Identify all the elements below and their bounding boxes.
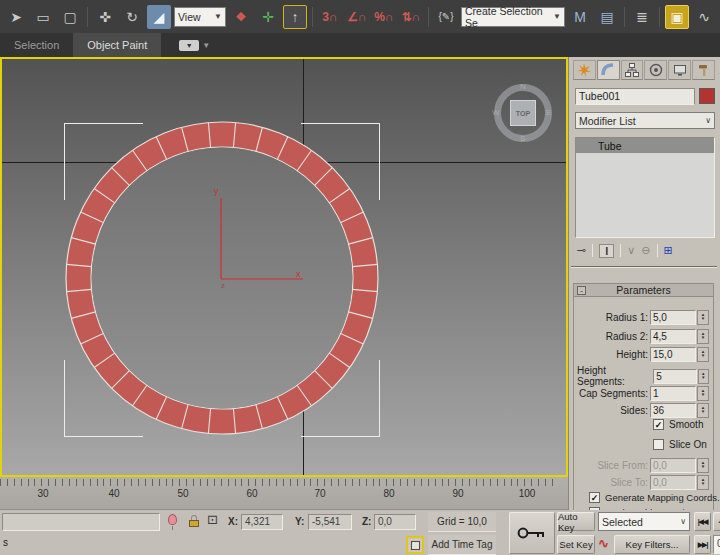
- current-frame-field[interactable]: 0: [713, 535, 720, 554]
- create-selection-set-combo[interactable]: Create Selection Se ▼: [461, 7, 565, 27]
- toolbar-separator: [428, 7, 429, 27]
- radius2-field[interactable]: 4,5: [650, 329, 696, 344]
- mirror-icon[interactable]: M: [568, 5, 592, 29]
- absolute-mode-icon[interactable]: ⊡: [207, 512, 218, 527]
- generate-mapping-checkbox[interactable]: ✓: [589, 492, 600, 503]
- parameters-rollout-header[interactable]: - Parameters: [573, 283, 714, 297]
- move-icon[interactable]: ✜: [93, 5, 117, 29]
- slice-to-field: 0,0: [650, 475, 696, 490]
- add-time-tag[interactable]: Add Time Tag: [428, 535, 496, 555]
- prompt-line-partial: s: [3, 537, 8, 548]
- sides-field[interactable]: 36: [650, 403, 696, 418]
- frame-label: 90: [452, 488, 463, 499]
- panel-divider: [571, 266, 717, 268]
- modifier-list-dropdown[interactable]: Modifier List ∨: [575, 112, 715, 129]
- key-filters-button[interactable]: Key Filters...: [614, 535, 690, 554]
- viewcube[interactable]: TOP N S W E: [494, 84, 552, 142]
- frame-label: 80: [383, 488, 394, 499]
- height-segments-spinner[interactable]: ▲▼: [698, 369, 709, 384]
- tab-motion[interactable]: [644, 60, 667, 80]
- next-frame-button[interactable]: ▶▶|: [694, 535, 711, 554]
- tab-modify[interactable]: [597, 60, 620, 80]
- tab-selection[interactable]: Selection: [0, 33, 73, 57]
- curve-editor-icon[interactable]: ∿: [692, 5, 716, 29]
- slice-on-checkbox[interactable]: [653, 439, 664, 450]
- default-in-out-tangents-icon[interactable]: ∿: [598, 536, 609, 551]
- rotate-icon[interactable]: ↻: [120, 5, 144, 29]
- utilities-icon: [697, 63, 711, 77]
- stack-item-tube[interactable]: Tube: [576, 138, 714, 153]
- show-end-result-icon[interactable]: I: [599, 244, 614, 258]
- sides-spinner[interactable]: ▲▼: [697, 403, 709, 418]
- status-field[interactable]: [2, 513, 160, 531]
- frame-label: 60: [246, 488, 257, 499]
- set-keys-button[interactable]: [509, 512, 555, 554]
- toolbar-separator: [312, 7, 313, 27]
- spinner-snap-icon[interactable]: ⇅∩: [399, 5, 423, 29]
- ribbon-toggle-icon[interactable]: ▣: [665, 5, 689, 29]
- chevron-down-icon: ▼: [214, 12, 222, 21]
- scale-icon[interactable]: ◢: [147, 5, 171, 29]
- layer-manager-icon[interactable]: ≣: [630, 5, 654, 29]
- edit-named-selection-sets-icon[interactable]: {✎}: [434, 5, 458, 29]
- angle-snap-icon[interactable]: ∠∩: [345, 5, 369, 29]
- frame-label: 100: [519, 488, 536, 499]
- param-row-sides: Sides: 36 ▲▼: [577, 402, 709, 418]
- viewcube-top-face[interactable]: TOP: [510, 100, 536, 126]
- x-coord-field[interactable]: 4,321: [241, 514, 283, 530]
- percent-snap-icon[interactable]: %∩: [372, 5, 396, 29]
- object-color-swatch[interactable]: [699, 88, 715, 104]
- select-object-icon[interactable]: ➤: [4, 5, 28, 29]
- selection-lock-icon[interactable]: [186, 513, 202, 529]
- align-icon[interactable]: ▤: [595, 5, 619, 29]
- height-field[interactable]: 15,0: [650, 347, 696, 362]
- collapse-icon[interactable]: -: [577, 286, 586, 295]
- height-spinner[interactable]: ▲▼: [697, 347, 709, 362]
- x-coord-label: X:: [228, 516, 238, 527]
- modifier-stack[interactable]: Tube: [575, 137, 715, 238]
- auto-key-button[interactable]: Auto Key: [557, 512, 595, 531]
- use-pivot-point-center-icon[interactable]: ❖: [229, 5, 253, 29]
- smooth-row: ✓ Smooth: [653, 419, 703, 430]
- cap-segments-spinner[interactable]: ▲▼: [697, 386, 709, 401]
- paint-selection-icon[interactable]: ▢: [58, 5, 82, 29]
- display-icon: [673, 63, 687, 77]
- radius2-spinner[interactable]: ▲▼: [697, 329, 709, 344]
- object-name-field[interactable]: Tube001: [575, 88, 695, 105]
- balloon-icon[interactable]: [168, 514, 177, 525]
- rectangular-selection-icon[interactable]: ▭: [31, 5, 55, 29]
- param-row-slice-to: Slice To: 0,0 ▲▼: [577, 474, 709, 490]
- select-and-manipulate-icon[interactable]: ✛: [256, 5, 280, 29]
- track-bar[interactable]: 30 40 50 60 70 80 90 100: [0, 477, 568, 510]
- param-row-height: Height: 15,0 ▲▼: [577, 346, 709, 362]
- remove-modifier-icon[interactable]: ⊖: [641, 244, 650, 257]
- z-coord-field[interactable]: 0,0: [374, 514, 416, 530]
- viewport-top[interactable]: y x z TOP N S W E: [0, 57, 568, 477]
- pin-stack-icon[interactable]: ⊸: [577, 244, 586, 257]
- go-to-start-button[interactable]: |◀◀: [694, 512, 711, 531]
- reference-coordinate-combo[interactable]: View ▼: [174, 7, 226, 27]
- make-unique-icon[interactable]: ∨: [627, 244, 635, 257]
- configure-modifier-sets-icon[interactable]: ⊞: [664, 244, 673, 257]
- modifier-list-label: Modifier List: [579, 115, 636, 127]
- smooth-checkbox[interactable]: ✓: [653, 419, 664, 430]
- y-coord-field[interactable]: -5,541: [308, 514, 352, 530]
- slice-from-field: 0,0: [650, 458, 696, 473]
- tab-create[interactable]: [573, 60, 596, 80]
- previous-frame-button[interactable]: ◀: [713, 512, 720, 531]
- isolate-cube-button[interactable]: [406, 536, 424, 554]
- set-key-button[interactable]: Set Key: [557, 535, 595, 554]
- snap-3d-icon[interactable]: 3∩: [318, 5, 342, 29]
- param-row-radius1: Radius 1: 5,0 ▲▼: [577, 309, 709, 325]
- selection-set-keying-dropdown[interactable]: Selected ∨: [598, 512, 690, 531]
- tab-object-paint[interactable]: Object Paint: [73, 33, 161, 57]
- tab-hierarchy[interactable]: [621, 60, 644, 80]
- tab-display[interactable]: [668, 60, 691, 80]
- ribbon-minimize-dropdown[interactable]: ▼ ▼: [179, 33, 210, 57]
- keyboard-override-icon[interactable]: ↑: [283, 5, 307, 29]
- radius1-field[interactable]: 5,0: [650, 310, 696, 325]
- tab-utilities[interactable]: [692, 60, 715, 80]
- radius1-spinner[interactable]: ▲▼: [697, 310, 709, 325]
- cap-segments-field[interactable]: 1: [650, 386, 696, 401]
- height-segments-field[interactable]: 5: [653, 369, 696, 384]
